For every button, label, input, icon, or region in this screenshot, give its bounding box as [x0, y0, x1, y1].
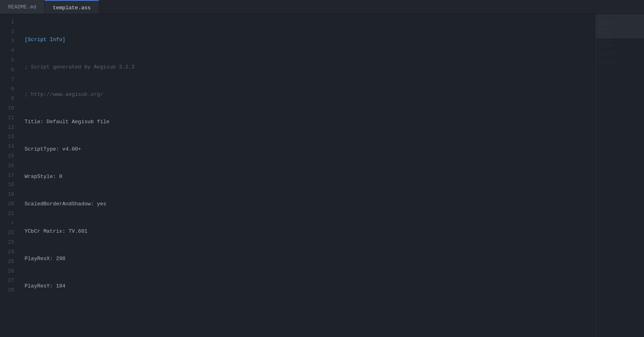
line2-comment: ; Script generated by Aegisub 3.2.2: [25, 63, 135, 72]
line-num-2: 2: [3, 27, 14, 37]
line-num-25: 25: [3, 257, 14, 267]
line-num-12: 12: [3, 123, 14, 132]
line-num-16: 16: [3, 161, 14, 171]
line-num-18: 18: [3, 180, 14, 190]
line-num-28: 28: [3, 285, 14, 295]
tab-readme-label: README.md: [8, 4, 36, 10]
tab-bar: README.md template.ass: [0, 0, 644, 14]
code-line-3: ; http://www.aegisub.org/: [25, 90, 596, 99]
minimap: [Script Info] ; Script generated by Aegi…: [596, 14, 644, 337]
line6-text: WrapStyle: 0: [25, 172, 62, 181]
minimap-content: [Script Info] ; Script generated by Aegi…: [596, 14, 644, 69]
line-num-24: 24: [3, 247, 14, 257]
code-line-11: [25, 309, 596, 318]
code-line-5: ScriptType: v4.00+: [25, 145, 596, 154]
tab-template-ass[interactable]: template.ass: [45, 0, 99, 14]
tab-template-ass-label: template.ass: [53, 5, 91, 11]
code-line-8: YCbCr Matrix: TV.601: [25, 227, 596, 236]
line-num-17: 17: [3, 171, 14, 180]
editor-container: 1 2 3 4 5 6 7 8 9 10 11 12 13 14 15 16 1…: [0, 14, 644, 337]
line-numbers: 1 2 3 4 5 6 7 8 9 10 11 12 13 14 15 16 1…: [0, 14, 18, 337]
line3-comment: ; http://www.aegisub.org/: [25, 90, 103, 99]
line-num-3: 3: [3, 37, 14, 46]
line-num-26: 26: [3, 267, 14, 276]
line-num-6: 6: [3, 65, 14, 75]
line9-text: PlayResX: 298: [25, 254, 65, 263]
line-num-19: 19: [3, 190, 14, 199]
line-num-22: 22: [3, 228, 14, 238]
line-num-7: 7: [3, 75, 14, 85]
code-line-9: PlayResX: 298: [25, 254, 596, 264]
line-num-11: 11: [3, 113, 14, 123]
line-num-14: 14: [3, 142, 14, 151]
code-line-2: ; Script generated by Aegisub 3.2.2: [25, 62, 596, 72]
line-num-21: 21: [3, 209, 14, 219]
line-num-4: 4: [3, 46, 14, 56]
code-line-1: [Script Info]: [25, 35, 596, 45]
code-area[interactable]: [Script Info] ; Script generated by Aegi…: [18, 14, 596, 337]
line-num-5: 5: [3, 56, 14, 65]
line5-text: ScriptType: v4.00+: [25, 145, 81, 154]
line-num-15: 15: [3, 151, 14, 161]
line8-text: YCbCr Matrix: TV.601: [25, 227, 87, 236]
code-line-6: WrapStyle: 0: [25, 172, 596, 182]
line-num-27: 27: [3, 276, 14, 286]
line4-text: Title: Default Aegisub file: [25, 118, 110, 126]
tab-readme[interactable]: README.md: [0, 0, 45, 14]
line7-text: ScaledBorderAndShadow: yes: [25, 200, 106, 209]
code-line-7: ScaledBorderAndShadow: yes: [25, 199, 596, 209]
line-num-9: 9: [3, 94, 14, 103]
line-num-bullet: •: [3, 219, 14, 228]
line-num-20: 20: [3, 199, 14, 209]
line-num-1: 1: [3, 17, 14, 27]
line-num-23: 23: [3, 238, 14, 247]
code-line-10: PlayResY: 184: [25, 281, 596, 291]
code-line-4: Title: Default Aegisub file: [25, 117, 596, 127]
line-num-13: 13: [3, 132, 14, 142]
line1-section: [Script Info]: [25, 35, 65, 44]
line-num-8: 8: [3, 85, 14, 94]
line10-text: PlayResY: 184: [25, 282, 65, 291]
line-num-10: 10: [3, 103, 14, 113]
